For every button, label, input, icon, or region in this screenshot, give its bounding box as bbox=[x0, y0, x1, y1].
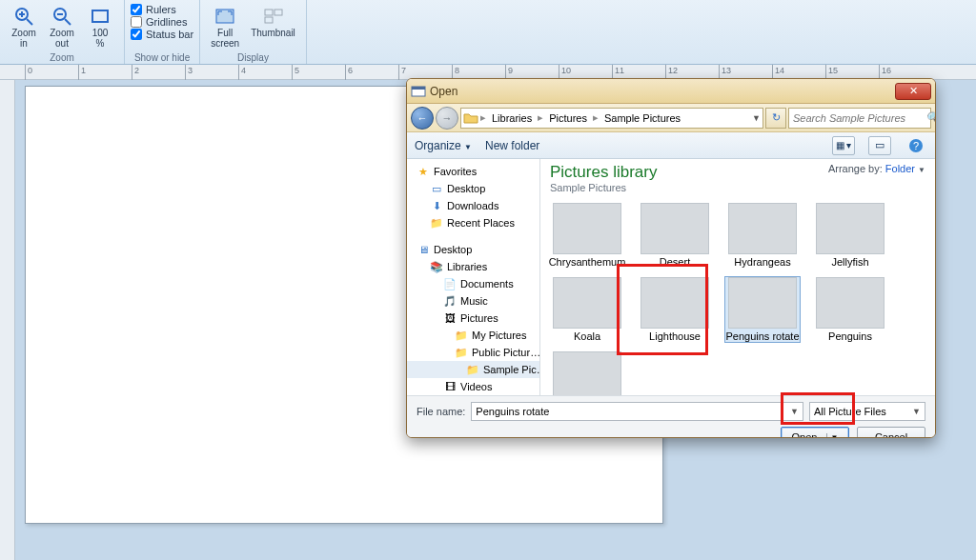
thumbnail-item[interactable]: Penguins bbox=[813, 277, 887, 342]
view-icon: ▦ ▾ bbox=[836, 140, 852, 150]
search-input[interactable] bbox=[793, 112, 925, 124]
close-icon: ✕ bbox=[909, 85, 918, 97]
tree-item[interactable]: 📁Recent Places bbox=[407, 214, 539, 231]
thumbnail-item[interactable]: Desert bbox=[638, 203, 712, 268]
svg-rect-10 bbox=[274, 10, 282, 15]
thumbnail-caption: Penguins rotate bbox=[725, 330, 799, 342]
thumbnail-item[interactable]: Koala bbox=[550, 277, 624, 342]
zoom-in-icon bbox=[12, 5, 35, 28]
crumb[interactable]: Pictures bbox=[545, 112, 591, 124]
arrange-by[interactable]: Arrange by: Folder ▼ bbox=[828, 163, 925, 174]
zoom-100-button[interactable]: 100 % bbox=[82, 2, 118, 51]
organize-menu[interactable]: Organize ▼ bbox=[415, 139, 472, 152]
file-list-pane: Pictures library Sample Pictures Arrange… bbox=[540, 159, 935, 395]
view-mode-button[interactable]: ▦ ▾ bbox=[832, 136, 855, 155]
nav-forward-button[interactable]: → bbox=[436, 107, 458, 130]
open-button[interactable]: Open ▼ bbox=[781, 427, 849, 438]
filename-label: File name: bbox=[417, 406, 465, 417]
zoom-in-button[interactable]: Zoom in bbox=[6, 2, 42, 51]
ribbon-group-caption: Display bbox=[206, 52, 300, 63]
crumb[interactable]: Sample Pictures bbox=[600, 112, 684, 124]
search-icon: 🔍 bbox=[925, 111, 936, 124]
dialog-titlebar[interactable]: Open ✕ bbox=[407, 79, 935, 104]
statusbar-checkbox[interactable]: Status bar bbox=[131, 29, 193, 40]
zoom-100-icon bbox=[89, 5, 112, 28]
svg-line-1 bbox=[27, 19, 32, 25]
thumbnail-image bbox=[553, 351, 621, 395]
help-button[interactable]: ? bbox=[905, 136, 927, 155]
crumb[interactable]: Libraries bbox=[488, 112, 536, 124]
fullscreen-button[interactable]: Full screen bbox=[206, 2, 244, 51]
refresh-button[interactable]: ↻ bbox=[765, 108, 786, 129]
thumbnail-item[interactable]: Hydrangeas bbox=[725, 203, 800, 268]
rulers-checkbox[interactable]: Rulers bbox=[131, 4, 193, 15]
new-folder-button[interactable]: New folder bbox=[485, 139, 539, 152]
tree-favorites[interactable]: ★Favorites bbox=[407, 163, 539, 180]
tree-libraries[interactable]: 📚Libraries bbox=[407, 258, 539, 275]
svg-text:?: ? bbox=[913, 140, 919, 151]
tree-item[interactable]: 🎵Music bbox=[407, 292, 539, 310]
star-icon: ★ bbox=[417, 165, 430, 178]
thumbnail-caption: Chrysanthemum bbox=[549, 256, 626, 268]
library-title: Pictures library bbox=[550, 163, 657, 182]
gridlines-checkbox[interactable]: Gridlines bbox=[131, 16, 193, 28]
tree-item[interactable]: ⬇Downloads bbox=[407, 197, 539, 214]
ribbon-group-caption: Zoom bbox=[6, 52, 118, 63]
downloads-icon: ⬇ bbox=[430, 199, 443, 212]
preview-pane-button[interactable]: ▭ bbox=[868, 136, 891, 155]
thumbnail-caption: Desert bbox=[660, 256, 690, 268]
arrow-right-icon: → bbox=[442, 112, 453, 124]
svg-line-5 bbox=[65, 19, 71, 25]
ribbon-group-display: Full screen Thumbnail Display bbox=[200, 0, 307, 64]
breadcrumb[interactable]: ▸ Libraries▸ Pictures▸ Sample Pictures ▼ bbox=[460, 108, 763, 129]
thumbnail-image bbox=[728, 277, 797, 329]
address-bar: ← → ▸ Libraries▸ Pictures▸ Sample Pictur… bbox=[407, 104, 935, 132]
zoom-out-button[interactable]: Zoom out bbox=[44, 2, 80, 51]
tree-item[interactable]: 📄Documents bbox=[407, 275, 539, 292]
open-dialog: Open ✕ ← → ▸ Libraries▸ Pictures▸ Sample… bbox=[406, 78, 936, 438]
tree-desktop[interactable]: 🖥Desktop bbox=[407, 241, 539, 258]
filename-combo[interactable]: Penguins rotate▼ bbox=[471, 402, 803, 421]
thumbnail-image bbox=[816, 277, 884, 329]
folder-icon bbox=[463, 110, 478, 126]
videos-icon: 🎞 bbox=[443, 380, 457, 393]
thumbnail-button[interactable]: Thumbnail bbox=[246, 2, 300, 41]
tree-pictures[interactable]: 🖼Pictures bbox=[407, 310, 539, 327]
thumbnail-image bbox=[640, 203, 709, 254]
dialog-icon bbox=[411, 84, 426, 99]
ribbon-group-caption: Show or hide bbox=[131, 52, 193, 63]
ribbon-group-zoom: Zoom in Zoom out 100 % Zoom bbox=[0, 0, 125, 64]
thumbnail-image bbox=[640, 277, 709, 329]
thumbnail-image bbox=[816, 203, 884, 254]
arrow-left-icon: ← bbox=[417, 112, 428, 124]
nav-back-button[interactable]: ← bbox=[411, 107, 434, 130]
music-icon: 🎵 bbox=[443, 294, 457, 308]
documents-icon: 📄 bbox=[443, 277, 457, 290]
folder-icon: 📁 bbox=[466, 363, 479, 376]
svg-rect-9 bbox=[265, 10, 273, 15]
recent-icon: 📁 bbox=[430, 216, 443, 230]
filetype-combo[interactable]: All Picture Files▼ bbox=[809, 402, 925, 421]
thumbnail-item[interactable]: Penguins rotate bbox=[725, 277, 800, 342]
thumbnail-item[interactable]: Chrysanthemum bbox=[550, 203, 624, 268]
close-button[interactable]: ✕ bbox=[895, 83, 931, 100]
tree-item[interactable]: 📁My Pictures bbox=[407, 327, 539, 344]
folder-icon: 📁 bbox=[455, 329, 468, 342]
tree-item-selected[interactable]: 📁Sample Pic… bbox=[407, 361, 539, 378]
search-box[interactable]: 🔍 bbox=[788, 108, 931, 129]
cancel-button[interactable]: Cancel bbox=[857, 427, 925, 438]
tree-item[interactable]: 📁Public Pictur… bbox=[407, 344, 539, 361]
pictures-icon: 🖼 bbox=[443, 311, 457, 325]
refresh-icon: ↻ bbox=[772, 111, 781, 124]
thumbnail-caption: Jellyfish bbox=[831, 256, 868, 268]
thumbnail-item[interactable]: Tulips bbox=[550, 351, 624, 395]
thumbnail-item[interactable]: Jellyfish bbox=[813, 203, 887, 268]
nav-tree[interactable]: ★Favorites ▭Desktop ⬇Downloads 📁Recent P… bbox=[407, 159, 540, 395]
tree-item[interactable]: 🎞Videos bbox=[407, 378, 539, 395]
thumbnail-item[interactable]: Lighthouse bbox=[638, 277, 712, 342]
tree-item[interactable]: ▭Desktop bbox=[407, 180, 539, 197]
thumbnail-grid: ChrysanthemumDesertHydrangeasJellyfishKo… bbox=[550, 203, 925, 395]
thumbnail-image bbox=[728, 203, 797, 254]
zoom-out-icon bbox=[51, 5, 73, 28]
preview-icon: ▭ bbox=[875, 139, 884, 151]
